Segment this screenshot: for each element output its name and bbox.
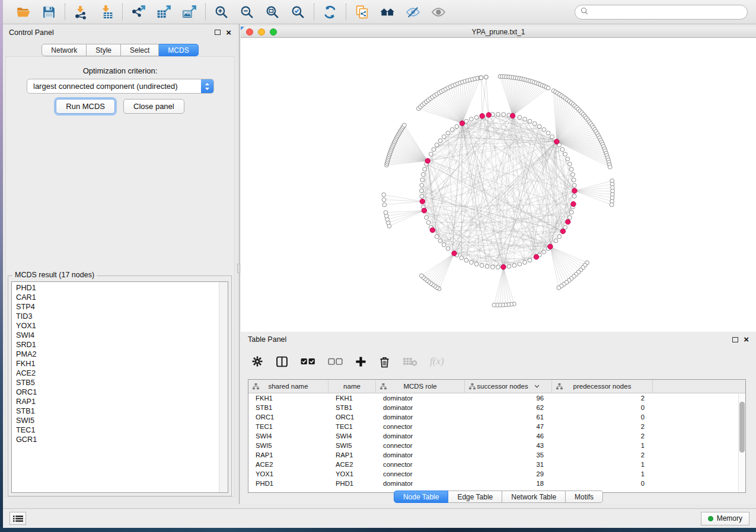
cell-predecessor-nodes[interactable]: 1 xyxy=(552,460,653,469)
ring-node[interactable] xyxy=(532,121,537,126)
mcds-result-item[interactable]: PHD1 xyxy=(12,283,218,293)
cell-name[interactable]: SWI5 xyxy=(328,441,376,450)
mcds-result-item[interactable]: CAR1 xyxy=(12,293,218,302)
table-row[interactable]: TEC1TEC1connector472 xyxy=(248,422,738,431)
mcds-result-item[interactable]: STB5 xyxy=(12,378,218,387)
mcds-hub-node[interactable] xyxy=(422,208,426,213)
ring-node[interactable] xyxy=(557,235,562,239)
cell-MCDS-role[interactable]: dominator xyxy=(376,450,465,460)
import-table-icon[interactable] xyxy=(98,4,114,20)
ring-node[interactable] xyxy=(566,157,570,161)
tab-node-table[interactable]: Node Table xyxy=(394,491,449,503)
tab-edge-table[interactable]: Edge Table xyxy=(448,491,502,503)
mcds-hub-node[interactable] xyxy=(566,219,570,224)
import-network-icon[interactable] xyxy=(73,4,89,20)
cell-successor-nodes[interactable]: 43 xyxy=(465,441,552,450)
export-network-icon[interactable] xyxy=(130,4,146,20)
leaf-node[interactable] xyxy=(546,86,550,90)
mcds-hub-node[interactable] xyxy=(420,199,425,204)
mcds-hub-node[interactable] xyxy=(430,227,435,232)
network-canvas[interactable] xyxy=(241,38,756,331)
column-header-name[interactable]: name xyxy=(328,380,376,393)
network-graph[interactable] xyxy=(241,38,756,331)
mcds-result-item[interactable]: TEC1 xyxy=(12,425,218,435)
leaf-node[interactable] xyxy=(479,76,483,80)
cell-name[interactable]: YOX1 xyxy=(328,469,376,479)
cell-shared-name[interactable]: YOX1 xyxy=(248,469,328,479)
cell-predecessor-nodes[interactable]: 2 xyxy=(552,393,653,403)
tab-mcds[interactable]: MCDS xyxy=(159,44,198,56)
ring-node[interactable] xyxy=(569,210,573,214)
cell-shared-name[interactable]: FKH1 xyxy=(248,393,328,403)
search-input[interactable] xyxy=(591,8,742,16)
cell-MCDS-role[interactable]: dominator xyxy=(376,403,465,412)
mcds-hub-node[interactable] xyxy=(571,201,576,206)
mcds-hub-node[interactable] xyxy=(534,255,538,259)
cell-MCDS-role[interactable]: connector xyxy=(376,441,465,450)
ring-node[interactable] xyxy=(435,235,439,239)
ring-node[interactable] xyxy=(485,264,489,268)
cell-MCDS-role[interactable]: dominator xyxy=(376,431,465,441)
mcds-result-item[interactable]: SRD1 xyxy=(12,340,218,350)
ring-node[interactable] xyxy=(528,119,532,123)
mcds-result-item[interactable]: GCR1 xyxy=(12,435,218,444)
minimize-window-icon[interactable] xyxy=(258,28,265,36)
tab-network-table[interactable]: Network Table xyxy=(502,491,566,503)
tab-style[interactable]: Style xyxy=(87,44,121,56)
mcds-result-item[interactable]: RAP1 xyxy=(12,397,218,406)
close-panel-icon[interactable]: × xyxy=(226,30,231,36)
splitter-handle[interactable] xyxy=(237,264,240,273)
cell-successor-nodes[interactable]: 46 xyxy=(465,431,552,441)
mcds-result-item[interactable]: SWI4 xyxy=(12,331,218,340)
ring-node[interactable] xyxy=(569,167,573,171)
cell-successor-nodes[interactable]: 96 xyxy=(465,393,552,403)
leaf-node[interactable] xyxy=(403,123,407,127)
ring-node[interactable] xyxy=(502,113,506,117)
cell-predecessor-nodes[interactable]: 1 xyxy=(552,441,653,450)
ring-node[interactable] xyxy=(450,127,454,132)
cell-shared-name[interactable]: ACE2 xyxy=(248,460,328,469)
zoom-out-icon[interactable] xyxy=(239,4,255,20)
ring-node[interactable] xyxy=(474,262,479,266)
ring-node[interactable] xyxy=(507,264,511,268)
ring-node[interactable] xyxy=(571,172,575,177)
cell-predecessor-nodes[interactable]: 2 xyxy=(552,450,653,460)
cell-predecessor-nodes[interactable]: 2 xyxy=(552,422,653,431)
mcds-hub-node[interactable] xyxy=(554,139,559,144)
cell-MCDS-role[interactable]: dominator xyxy=(376,479,465,488)
mcds-result-item[interactable]: STP4 xyxy=(12,302,218,312)
ring-node[interactable] xyxy=(537,124,541,129)
criterion-dropdown[interactable]: largest connected component (undirected) xyxy=(27,79,214,94)
zoom-fit-icon[interactable] xyxy=(264,4,280,20)
cell-shared-name[interactable]: TEC1 xyxy=(248,422,328,431)
hide-selected-icon[interactable] xyxy=(405,4,421,20)
ring-node[interactable] xyxy=(442,243,446,247)
leaf-node[interactable] xyxy=(484,75,488,79)
ring-node[interactable] xyxy=(470,117,474,121)
tab-network[interactable]: Network xyxy=(42,44,87,56)
table-row[interactable]: YOX1YOX1connector291 xyxy=(248,469,738,479)
table-scrollbar-thumb[interactable] xyxy=(739,402,745,453)
select-all-icon[interactable] xyxy=(301,354,315,368)
mcds-result-item[interactable]: YOX1 xyxy=(12,321,218,331)
cell-shared-name[interactable]: SWI4 xyxy=(248,431,328,441)
ring-node[interactable] xyxy=(496,265,500,270)
cell-MCDS-role[interactable]: connector xyxy=(376,460,465,469)
ring-node[interactable] xyxy=(420,178,425,182)
ring-node[interactable] xyxy=(518,116,522,120)
cell-name[interactable]: FKH1 xyxy=(328,393,376,403)
leaf-node[interactable] xyxy=(557,286,561,290)
mcds-hub-node[interactable] xyxy=(452,251,457,256)
ring-node[interactable] xyxy=(474,116,479,120)
cell-predecessor-nodes[interactable]: 1 xyxy=(552,469,653,479)
export-image-icon[interactable] xyxy=(181,4,197,20)
ring-node[interactable] xyxy=(523,261,527,265)
mcds-result-item[interactable]: TID3 xyxy=(12,312,218,321)
cell-name[interactable]: RAP1 xyxy=(328,450,376,460)
mcds-hub-node[interactable] xyxy=(548,244,553,249)
ring-node[interactable] xyxy=(438,239,442,243)
table-row[interactable]: PHD1PHD1dominator180 xyxy=(248,479,738,488)
leaf-node[interactable] xyxy=(420,274,424,278)
table-row[interactable]: RAP1RAP1dominator352 xyxy=(248,450,738,460)
leaf-node[interactable] xyxy=(382,198,386,202)
